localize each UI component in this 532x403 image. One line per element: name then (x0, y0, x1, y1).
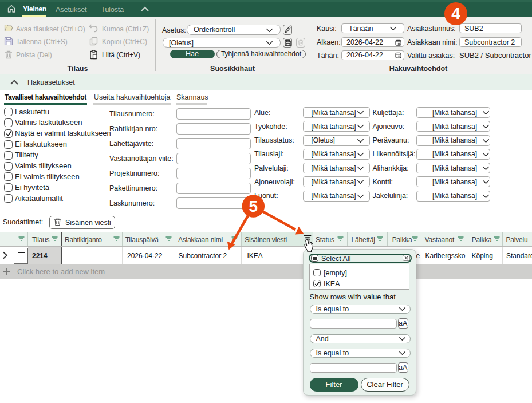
svg-text:5: 5 (249, 197, 258, 215)
